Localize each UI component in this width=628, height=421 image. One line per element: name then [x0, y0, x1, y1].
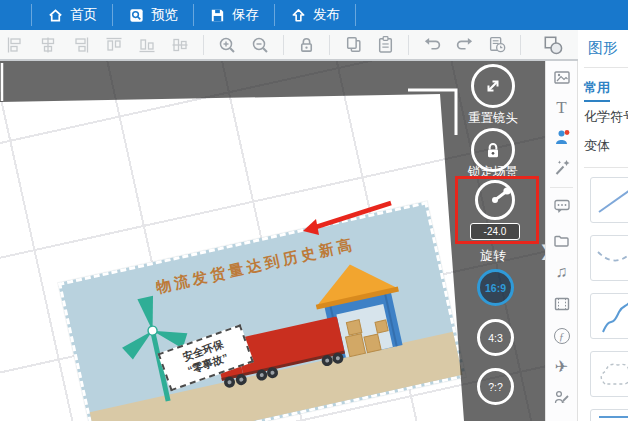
top-toolbar: 首页 预览 保存 发布: [0, 0, 628, 30]
toolbar-separator: [520, 35, 521, 55]
shape-item-dashed-cloud[interactable]: [590, 351, 628, 397]
magic-wand-tool-button[interactable]: [552, 158, 572, 178]
comment-tool-button[interactable]: [552, 196, 572, 216]
zoom-out-button[interactable]: [250, 34, 270, 56]
reset-camera-button[interactable]: [471, 64, 515, 108]
tab-variants[interactable]: 变体: [584, 137, 628, 155]
home-icon: [47, 7, 64, 24]
shapes-tool-button[interactable]: [542, 34, 564, 56]
rotation-dial-needle: [478, 183, 512, 217]
align-bottom-button[interactable]: [137, 34, 157, 56]
music-tool-button[interactable]: ♫: [552, 262, 572, 282]
toolbar-separator: [203, 35, 204, 55]
history-button[interactable]: [488, 34, 508, 56]
toolbar-separator: [408, 35, 409, 55]
publish-label: 发布: [313, 6, 340, 24]
reset-camera-label: 重置镜头: [448, 110, 538, 127]
preview-icon: [128, 7, 145, 24]
save-label: 保存: [232, 6, 259, 24]
text-tool-button[interactable]: T: [552, 98, 572, 118]
toolbar-separator: [193, 4, 194, 26]
home-label: 首页: [70, 6, 97, 24]
shape-item-partial[interactable]: [590, 409, 628, 421]
align-horizontal-center-button[interactable]: [38, 34, 58, 56]
preview-label: 预览: [151, 6, 178, 24]
panel-divider: [584, 167, 628, 168]
reset-camera-icon: [482, 75, 504, 97]
shapes-panel: 图形 常用 化学符号 变体: [578, 30, 628, 421]
align-top-button[interactable]: [104, 34, 124, 56]
redo-button[interactable]: [455, 34, 475, 56]
align-vertical-center-button[interactable]: [170, 34, 190, 56]
lock-button[interactable]: [297, 34, 317, 56]
rotate-label: 旋转: [448, 247, 538, 265]
lock-scene-icon: [483, 140, 503, 160]
save-icon: [209, 7, 226, 24]
zoom-in-button[interactable]: [217, 34, 237, 56]
toolbar-separator: [112, 4, 113, 26]
preview-button[interactable]: 预览: [114, 0, 192, 30]
picture-tool-button[interactable]: [552, 68, 572, 88]
copy-button[interactable]: [343, 34, 363, 56]
character-tool-button[interactable]: [552, 128, 572, 148]
app-window: 首页 预览 保存 发布: [0, 0, 628, 421]
align-right-button[interactable]: [71, 34, 91, 56]
formula-tool-button[interactable]: ƒ: [552, 326, 572, 346]
ratio-custom-button[interactable]: ?:?: [477, 368, 514, 405]
shapes-panel-title: 图形: [578, 30, 628, 58]
toolbar-separator: [31, 4, 32, 26]
rotation-dial[interactable]: [475, 180, 515, 220]
align-left-button[interactable]: [5, 34, 25, 56]
panel-divider: [584, 67, 628, 68]
folder-tool-button[interactable]: [552, 231, 572, 251]
home-button[interactable]: 首页: [33, 0, 111, 30]
tab-common[interactable]: 常用: [584, 79, 610, 102]
draw-character-tool-button[interactable]: [552, 389, 572, 409]
flight-tool-button[interactable]: ✈: [552, 357, 572, 377]
shape-item-line[interactable]: [590, 177, 628, 223]
undo-button[interactable]: [422, 34, 442, 56]
strip-divider: [550, 187, 573, 188]
ratio-16-9-button[interactable]: 16:9: [477, 269, 514, 306]
tab-chemistry-symbols[interactable]: 化学符号: [584, 108, 628, 126]
ratio-4-3-button[interactable]: 4:3: [477, 319, 514, 356]
shape-gallery: [590, 177, 628, 421]
shape-item-curve[interactable]: [590, 293, 628, 339]
shape-item-dashed-arc[interactable]: [590, 235, 628, 281]
toolbar-separator: [355, 4, 356, 26]
rotation-value-badge: -24.0: [470, 223, 520, 240]
publish-button[interactable]: 发布: [276, 0, 354, 30]
paste-button[interactable]: [376, 34, 396, 56]
toolbar-separator: [329, 35, 330, 55]
publish-icon: [290, 7, 307, 24]
edit-toolbar: [0, 30, 578, 61]
video-tool-button[interactable]: [552, 294, 572, 314]
toolbar-separator: [274, 4, 275, 26]
save-button[interactable]: 保存: [195, 0, 273, 30]
tool-strip: T ♫ ƒ ✈: [545, 61, 578, 421]
toolbar-separator: [283, 35, 284, 55]
